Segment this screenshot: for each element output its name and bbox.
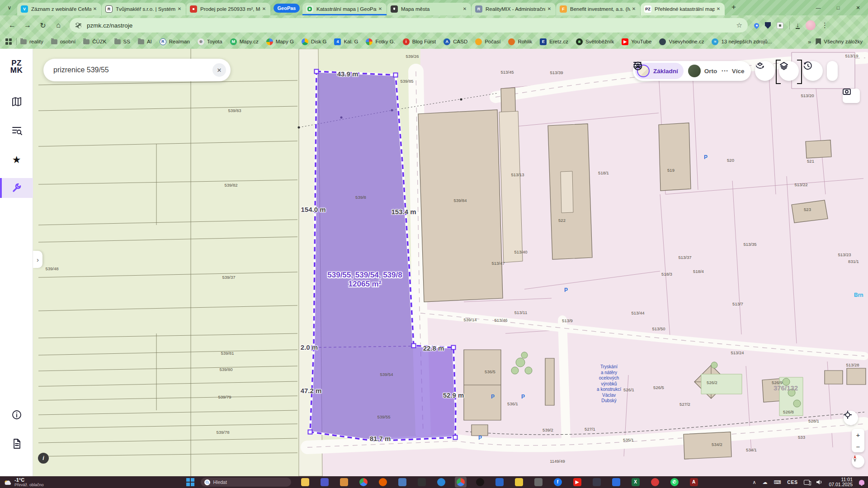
search-clear-icon[interactable]: ✕ [212,63,226,77]
taskbar-app-sticky-notes[interactable] [513,477,525,488]
taskbar-search[interactable]: Hledat [201,478,291,487]
taskbar-app-chrome-active[interactable] [455,477,467,488]
url-text[interactable]: pzmk.cz/nastroje [87,22,736,29]
sidebar-item-favorites[interactable]: ★ [0,150,33,170]
layers-button[interactable] [779,61,799,81]
site-settings-icon[interactable] [75,22,82,28]
browser-tab[interactable]: Katastrální mapa | GeoPas.c ✕ [302,3,387,15]
extensions-icon[interactable] [777,22,783,29]
tray-hidden-icons-chevron[interactable]: ∧ [752,479,756,485]
browser-tab[interactable]: F Benefit investment, a.s. (Iva ✕ [556,3,640,15]
taskbar-app-calculator[interactable] [396,477,408,488]
account-icon[interactable] [633,61,643,71]
bookmark-item[interactable]: i Blog Fürst [403,38,436,45]
tab-close-icon[interactable]: ✕ [176,5,183,13]
bookmark-item[interactable]: Fotky G. [366,38,395,45]
notifications-bell-icon[interactable] [859,480,864,485]
taskbar-app-spotify[interactable] [474,477,486,488]
zoom-out-button[interactable]: − [852,441,864,452]
taskbar-app-camera[interactable] [533,477,544,488]
browser-tab[interactable]: PZ Přehledné katastrální mapy ✕ [641,3,725,15]
window-button-close[interactable]: ✕ [848,0,868,15]
taskbar-app-firefox[interactable] [377,477,389,488]
sidebar-item-map[interactable] [0,92,33,112]
profile-avatar[interactable] [806,20,816,30]
shield-extension-icon[interactable] [765,22,771,29]
locate-me-button[interactable] [844,411,858,425]
browser-tab[interactable]: V Záznam z webináře CeMap ✕ [17,3,101,15]
screenshot-button[interactable] [843,89,860,103]
bookmark-item[interactable]: reality [20,39,43,44]
sidebar-item-tools[interactable] [0,178,33,198]
volume-icon[interactable] [816,479,822,485]
map-search-bar[interactable]: ✕ [43,59,231,81]
map-viewport[interactable]: 539/83539/82539/37539/81539/80539/79539/… [0,49,868,476]
bookmark-item[interactable]: SS [114,39,130,44]
basemap-more-button[interactable]: ••• Více [722,68,744,75]
all-bookmarks-button[interactable]: Všechny záložky [816,38,863,45]
taskbar-app-adobe[interactable]: A [688,477,700,488]
taskbar-app-teams[interactable] [319,477,330,488]
tab-search-button[interactable]: ∨ [4,2,15,14]
panel-expand-chevron-icon[interactable]: › [33,251,42,268]
bookmark-item[interactable]: 4 Kal. G [334,38,358,45]
map-info-button[interactable]: i [38,453,49,464]
taskbar-app-edge[interactable] [435,477,447,488]
tab-close-icon[interactable]: ✕ [630,5,637,13]
bookmark-item[interactable]: ≈ 13 nejlepších zdrojů... [712,38,772,45]
window-button-restore[interactable]: □ [828,0,848,15]
bookmark-item[interactable]: AI [138,39,152,44]
bookmark-item[interactable]: Vsevyhodne.cz [659,38,704,45]
tab-close-icon[interactable]: ✕ [377,5,384,13]
bookmark-star-icon[interactable]: ☆ [736,21,742,29]
taskbar-app-file-explorer[interactable] [299,477,311,488]
taskbar-clock[interactable]: 11:01 07.01.2025 [829,477,853,487]
bookmark-item[interactable]: ČÚZK [83,39,106,44]
bookmarks-overflow-icon[interactable]: » [803,38,816,45]
bookmark-item[interactable]: M Mapy.cz [230,38,259,45]
search-input[interactable] [53,66,212,74]
sidebar-item-info[interactable] [0,405,33,425]
bookmark-item[interactable]: Rohlik [508,38,532,45]
bookmark-item[interactable]: ▶ YouTube [622,38,651,45]
tab-close-icon[interactable]: ✕ [461,5,468,13]
history-button[interactable] [803,61,823,81]
browser-menu-icon[interactable]: ⋮ [821,21,828,29]
compass-button[interactable] [852,455,864,468]
bookmark-item[interactable]: Mapy G [266,38,294,45]
downloads-icon[interactable]: ↓ [796,22,800,29]
taskbar-app-chrome[interactable] [358,477,369,488]
browser-tab[interactable]: R Tvůjmakléř s.r.o. | Systém Re ✕ [102,3,186,15]
taskbar-app-whatsapp[interactable]: ✆ [669,477,680,488]
taskbar-app-excel[interactable]: X [630,477,642,488]
tab-close-icon[interactable]: ✕ [91,5,99,13]
location-pin-extension-icon[interactable] [753,22,760,29]
taskbar-app-facebook[interactable]: f [552,477,564,488]
sidebar-item-documents[interactable] [0,434,33,454]
taskbar-app-photos-win[interactable] [610,477,622,488]
tab-close-icon[interactable]: ✕ [715,5,722,13]
bookmark-item[interactable]: R Realman [160,38,190,45]
onedrive-icon[interactable]: ☁ [762,479,767,485]
touch-keyboard-icon[interactable]: ⌨ [774,479,781,485]
address-bar[interactable]: pzmk.cz/nastroje ☆ [70,18,748,33]
reload-icon[interactable]: ↻ [36,19,50,32]
network-icon[interactable] [804,480,810,485]
bookmark-item[interactable]: E Eretz.cz [540,38,568,45]
forward-icon[interactable]: → [21,19,34,32]
new-tab-button[interactable]: + [728,2,740,14]
basemap-orto-button[interactable]: Orto [688,65,717,77]
tab-close-icon[interactable]: ✕ [546,5,553,13]
taskbar-app-edge-dev[interactable] [338,477,350,488]
taskbar-app-maps-pin[interactable] [649,477,661,488]
taskbar-app-tv[interactable] [591,477,603,488]
zoom-in-button[interactable]: + [852,429,864,441]
taskbar-app-youtube[interactable]: ▶ [571,477,583,488]
bookmark-item[interactable]: Disk G [302,38,327,45]
tab-close-icon[interactable]: ✕ [260,5,268,13]
bookmark-item[interactable]: ⊕ Toyota [198,38,222,45]
taskbar-weather[interactable]: -1°C Převáž. oblačno [0,478,59,487]
browser-tab[interactable]: R RealityMIX - Administrační ✕ [472,3,556,15]
browser-tab[interactable]: Prodej pole 250933 m², Mě ✕ [186,3,270,15]
home-icon[interactable]: ⌂ [52,19,65,32]
